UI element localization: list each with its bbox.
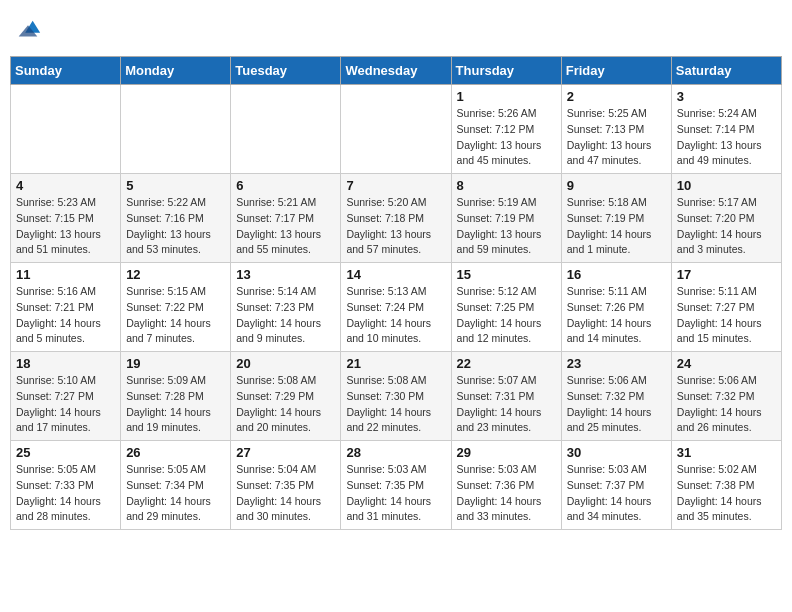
calendar-cell: [341, 85, 451, 174]
day-info: Sunrise: 5:24 AM Sunset: 7:14 PM Dayligh…: [677, 106, 776, 169]
calendar-cell: 1Sunrise: 5:26 AM Sunset: 7:12 PM Daylig…: [451, 85, 561, 174]
day-number: 10: [677, 178, 776, 193]
col-header-thursday: Thursday: [451, 57, 561, 85]
day-number: 23: [567, 356, 666, 371]
day-info: Sunrise: 5:08 AM Sunset: 7:29 PM Dayligh…: [236, 373, 335, 436]
col-header-monday: Monday: [121, 57, 231, 85]
day-number: 18: [16, 356, 115, 371]
day-number: 20: [236, 356, 335, 371]
day-info: Sunrise: 5:02 AM Sunset: 7:38 PM Dayligh…: [677, 462, 776, 525]
day-number: 3: [677, 89, 776, 104]
day-info: Sunrise: 5:23 AM Sunset: 7:15 PM Dayligh…: [16, 195, 115, 258]
day-info: Sunrise: 5:05 AM Sunset: 7:34 PM Dayligh…: [126, 462, 225, 525]
day-info: Sunrise: 5:08 AM Sunset: 7:30 PM Dayligh…: [346, 373, 445, 436]
day-number: 30: [567, 445, 666, 460]
calendar-cell: 22Sunrise: 5:07 AM Sunset: 7:31 PM Dayli…: [451, 352, 561, 441]
calendar-header-row: SundayMondayTuesdayWednesdayThursdayFrid…: [11, 57, 782, 85]
calendar-cell: [231, 85, 341, 174]
day-number: 28: [346, 445, 445, 460]
day-info: Sunrise: 5:11 AM Sunset: 7:26 PM Dayligh…: [567, 284, 666, 347]
calendar-cell: [121, 85, 231, 174]
calendar-table: SundayMondayTuesdayWednesdayThursdayFrid…: [10, 56, 782, 530]
calendar-week-5: 25Sunrise: 5:05 AM Sunset: 7:33 PM Dayli…: [11, 441, 782, 530]
day-info: Sunrise: 5:03 AM Sunset: 7:37 PM Dayligh…: [567, 462, 666, 525]
day-number: 4: [16, 178, 115, 193]
day-number: 13: [236, 267, 335, 282]
day-number: 24: [677, 356, 776, 371]
calendar-cell: 8Sunrise: 5:19 AM Sunset: 7:19 PM Daylig…: [451, 174, 561, 263]
calendar-cell: 15Sunrise: 5:12 AM Sunset: 7:25 PM Dayli…: [451, 263, 561, 352]
day-info: Sunrise: 5:18 AM Sunset: 7:19 PM Dayligh…: [567, 195, 666, 258]
col-header-wednesday: Wednesday: [341, 57, 451, 85]
day-number: 29: [457, 445, 556, 460]
day-info: Sunrise: 5:21 AM Sunset: 7:17 PM Dayligh…: [236, 195, 335, 258]
calendar-cell: 21Sunrise: 5:08 AM Sunset: 7:30 PM Dayli…: [341, 352, 451, 441]
calendar-cell: 11Sunrise: 5:16 AM Sunset: 7:21 PM Dayli…: [11, 263, 121, 352]
day-number: 6: [236, 178, 335, 193]
day-number: 25: [16, 445, 115, 460]
calendar-cell: 10Sunrise: 5:17 AM Sunset: 7:20 PM Dayli…: [671, 174, 781, 263]
col-header-saturday: Saturday: [671, 57, 781, 85]
day-info: Sunrise: 5:16 AM Sunset: 7:21 PM Dayligh…: [16, 284, 115, 347]
day-info: Sunrise: 5:06 AM Sunset: 7:32 PM Dayligh…: [567, 373, 666, 436]
calendar-cell: 30Sunrise: 5:03 AM Sunset: 7:37 PM Dayli…: [561, 441, 671, 530]
calendar-cell: 5Sunrise: 5:22 AM Sunset: 7:16 PM Daylig…: [121, 174, 231, 263]
day-number: 21: [346, 356, 445, 371]
day-number: 1: [457, 89, 556, 104]
day-number: 17: [677, 267, 776, 282]
calendar-cell: 20Sunrise: 5:08 AM Sunset: 7:29 PM Dayli…: [231, 352, 341, 441]
day-number: 27: [236, 445, 335, 460]
calendar-cell: 23Sunrise: 5:06 AM Sunset: 7:32 PM Dayli…: [561, 352, 671, 441]
day-info: Sunrise: 5:06 AM Sunset: 7:32 PM Dayligh…: [677, 373, 776, 436]
logo: [14, 16, 44, 44]
day-info: Sunrise: 5:15 AM Sunset: 7:22 PM Dayligh…: [126, 284, 225, 347]
day-info: Sunrise: 5:26 AM Sunset: 7:12 PM Dayligh…: [457, 106, 556, 169]
col-header-friday: Friday: [561, 57, 671, 85]
day-info: Sunrise: 5:11 AM Sunset: 7:27 PM Dayligh…: [677, 284, 776, 347]
day-number: 26: [126, 445, 225, 460]
calendar-cell: 25Sunrise: 5:05 AM Sunset: 7:33 PM Dayli…: [11, 441, 121, 530]
calendar-cell: 7Sunrise: 5:20 AM Sunset: 7:18 PM Daylig…: [341, 174, 451, 263]
calendar-cell: 24Sunrise: 5:06 AM Sunset: 7:32 PM Dayli…: [671, 352, 781, 441]
day-info: Sunrise: 5:05 AM Sunset: 7:33 PM Dayligh…: [16, 462, 115, 525]
day-number: 5: [126, 178, 225, 193]
col-header-sunday: Sunday: [11, 57, 121, 85]
day-info: Sunrise: 5:25 AM Sunset: 7:13 PM Dayligh…: [567, 106, 666, 169]
day-info: Sunrise: 5:12 AM Sunset: 7:25 PM Dayligh…: [457, 284, 556, 347]
day-number: 14: [346, 267, 445, 282]
day-number: 11: [16, 267, 115, 282]
calendar-cell: 12Sunrise: 5:15 AM Sunset: 7:22 PM Dayli…: [121, 263, 231, 352]
calendar-cell: 4Sunrise: 5:23 AM Sunset: 7:15 PM Daylig…: [11, 174, 121, 263]
day-info: Sunrise: 5:04 AM Sunset: 7:35 PM Dayligh…: [236, 462, 335, 525]
day-number: 7: [346, 178, 445, 193]
calendar-cell: [11, 85, 121, 174]
calendar-cell: 9Sunrise: 5:18 AM Sunset: 7:19 PM Daylig…: [561, 174, 671, 263]
day-info: Sunrise: 5:17 AM Sunset: 7:20 PM Dayligh…: [677, 195, 776, 258]
calendar-cell: 14Sunrise: 5:13 AM Sunset: 7:24 PM Dayli…: [341, 263, 451, 352]
calendar-cell: 17Sunrise: 5:11 AM Sunset: 7:27 PM Dayli…: [671, 263, 781, 352]
day-info: Sunrise: 5:13 AM Sunset: 7:24 PM Dayligh…: [346, 284, 445, 347]
day-info: Sunrise: 5:03 AM Sunset: 7:36 PM Dayligh…: [457, 462, 556, 525]
calendar-cell: 16Sunrise: 5:11 AM Sunset: 7:26 PM Dayli…: [561, 263, 671, 352]
calendar-cell: 3Sunrise: 5:24 AM Sunset: 7:14 PM Daylig…: [671, 85, 781, 174]
day-info: Sunrise: 5:09 AM Sunset: 7:28 PM Dayligh…: [126, 373, 225, 436]
calendar-cell: 31Sunrise: 5:02 AM Sunset: 7:38 PM Dayli…: [671, 441, 781, 530]
day-number: 16: [567, 267, 666, 282]
calendar-cell: 19Sunrise: 5:09 AM Sunset: 7:28 PM Dayli…: [121, 352, 231, 441]
calendar-cell: 26Sunrise: 5:05 AM Sunset: 7:34 PM Dayli…: [121, 441, 231, 530]
calendar-cell: 18Sunrise: 5:10 AM Sunset: 7:27 PM Dayli…: [11, 352, 121, 441]
logo-icon: [14, 16, 42, 44]
calendar-cell: 29Sunrise: 5:03 AM Sunset: 7:36 PM Dayli…: [451, 441, 561, 530]
calendar-cell: 6Sunrise: 5:21 AM Sunset: 7:17 PM Daylig…: [231, 174, 341, 263]
day-number: 2: [567, 89, 666, 104]
calendar-week-3: 11Sunrise: 5:16 AM Sunset: 7:21 PM Dayli…: [11, 263, 782, 352]
day-info: Sunrise: 5:22 AM Sunset: 7:16 PM Dayligh…: [126, 195, 225, 258]
calendar-week-4: 18Sunrise: 5:10 AM Sunset: 7:27 PM Dayli…: [11, 352, 782, 441]
day-info: Sunrise: 5:19 AM Sunset: 7:19 PM Dayligh…: [457, 195, 556, 258]
page-header: [10, 10, 782, 50]
day-number: 22: [457, 356, 556, 371]
calendar-cell: 28Sunrise: 5:03 AM Sunset: 7:35 PM Dayli…: [341, 441, 451, 530]
day-info: Sunrise: 5:03 AM Sunset: 7:35 PM Dayligh…: [346, 462, 445, 525]
calendar-cell: 2Sunrise: 5:25 AM Sunset: 7:13 PM Daylig…: [561, 85, 671, 174]
day-info: Sunrise: 5:07 AM Sunset: 7:31 PM Dayligh…: [457, 373, 556, 436]
